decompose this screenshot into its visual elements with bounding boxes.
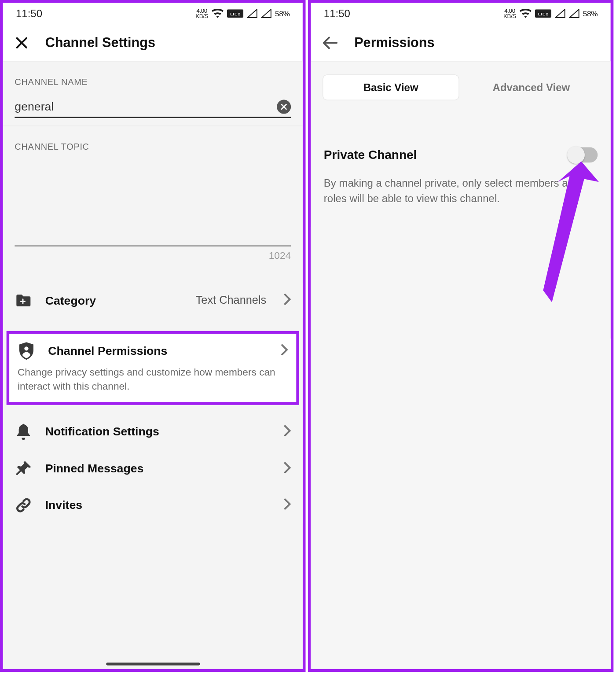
invites-row[interactable]: Invites bbox=[3, 487, 303, 523]
chevron-right-icon bbox=[284, 294, 291, 308]
home-indicator[interactable] bbox=[106, 663, 200, 666]
chevron-right-icon bbox=[284, 498, 291, 512]
signal-icon-2 bbox=[569, 9, 579, 18]
volte-icon: LTE 2 bbox=[535, 9, 551, 18]
shield-user-icon bbox=[18, 342, 35, 360]
bell-icon bbox=[15, 424, 32, 440]
folder-plus-icon bbox=[15, 294, 32, 308]
status-bar: 11:50 4.00KB/S LTE 2 58% bbox=[311, 3, 610, 24]
svg-point-2 bbox=[24, 346, 28, 350]
app-header: Permissions bbox=[311, 24, 610, 62]
invites-label: Invites bbox=[45, 498, 271, 512]
tab-basic-view[interactable]: Basic View bbox=[323, 74, 459, 100]
status-indicators: 4.00KB/S LTE 2 58% bbox=[195, 8, 290, 19]
page-title: Channel Settings bbox=[45, 35, 155, 51]
channel-name-label: CHANNEL NAME bbox=[3, 62, 303, 94]
chevron-right-icon bbox=[281, 344, 288, 358]
right-content: Basic View Advanced View Private Channel… bbox=[311, 62, 610, 669]
view-tabs: Basic View Advanced View bbox=[311, 62, 610, 113]
channel-name-input[interactable] bbox=[15, 96, 277, 117]
app-header: Channel Settings bbox=[3, 24, 303, 62]
svg-text:LTE 2: LTE 2 bbox=[538, 12, 548, 16]
left-content: CHANNEL NAME CHANNEL TOPIC 1024 Category… bbox=[3, 62, 303, 669]
pinned-messages-label: Pinned Messages bbox=[45, 462, 271, 475]
channel-topic-label: CHANNEL TOPIC bbox=[3, 126, 303, 158]
private-channel-desc: By making a channel private, only select… bbox=[311, 167, 610, 214]
battery-text: 58% bbox=[275, 9, 290, 18]
link-icon bbox=[15, 497, 32, 513]
back-icon[interactable] bbox=[323, 36, 338, 49]
private-channel-row: Private Channel bbox=[311, 131, 610, 167]
page-title: Permissions bbox=[354, 35, 434, 51]
pinned-messages-row[interactable]: Pinned Messages bbox=[3, 450, 303, 487]
status-time: 11:50 bbox=[324, 7, 350, 20]
right-screen: 11:50 4.00KB/S LTE 2 58% Permissions Bas… bbox=[308, 0, 613, 672]
wifi-icon bbox=[212, 9, 224, 18]
wifi-icon bbox=[520, 9, 532, 18]
close-icon[interactable] bbox=[15, 36, 29, 50]
status-time: 11:50 bbox=[16, 7, 42, 20]
signal-icon-2 bbox=[261, 9, 271, 18]
channel-topic-input[interactable] bbox=[15, 170, 291, 247]
channel-permissions-desc: Change privacy settings and customize ho… bbox=[9, 360, 296, 401]
tab-advanced-view[interactable]: Advanced View bbox=[464, 74, 599, 100]
status-bar: 11:50 4.00KB/S LTE 2 58% bbox=[3, 3, 303, 24]
private-channel-label: Private Channel bbox=[324, 148, 417, 162]
signal-icon bbox=[555, 9, 565, 18]
char-count: 1024 bbox=[3, 247, 303, 262]
notification-settings-label: Notification Settings bbox=[45, 425, 271, 438]
battery-text: 58% bbox=[583, 9, 598, 18]
channel-permissions-highlight: Channel Permissions Change privacy setti… bbox=[7, 331, 299, 405]
category-value: Text Channels bbox=[196, 294, 267, 307]
notification-settings-row[interactable]: Notification Settings bbox=[3, 413, 303, 450]
left-screen: 11:50 4.00KB/S LTE 2 58% Channel Setting… bbox=[0, 0, 305, 672]
svg-text:LTE 2: LTE 2 bbox=[230, 12, 240, 16]
signal-icon bbox=[247, 9, 257, 18]
volte-icon: LTE 2 bbox=[227, 9, 243, 18]
clear-input-icon[interactable] bbox=[277, 99, 291, 114]
pin-icon bbox=[15, 461, 32, 476]
category-row[interactable]: Category Text Channels bbox=[3, 283, 303, 318]
channel-permissions-row[interactable]: Channel Permissions bbox=[9, 334, 296, 360]
category-label: Category bbox=[45, 294, 183, 307]
chevron-right-icon bbox=[284, 462, 291, 476]
channel-permissions-label: Channel Permissions bbox=[48, 344, 268, 358]
chevron-right-icon bbox=[284, 425, 291, 439]
private-channel-toggle[interactable] bbox=[568, 147, 598, 163]
status-indicators: 4.00KB/S LTE 2 58% bbox=[503, 8, 598, 19]
